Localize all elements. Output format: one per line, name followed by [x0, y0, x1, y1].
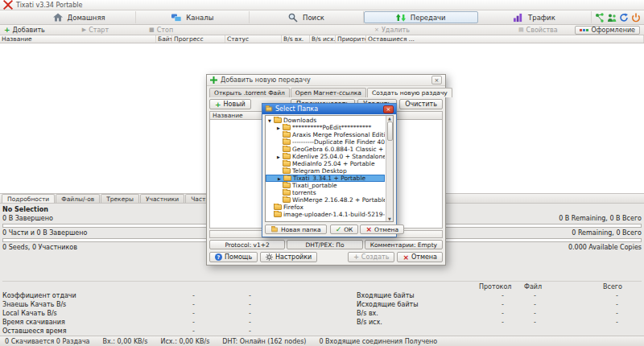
- delete-button[interactable]: × Удалить: [374, 27, 410, 34]
- sync-icon[interactable]: [619, 13, 629, 23]
- stat-value: -: [195, 291, 251, 300]
- column-bytes[interactable]: Байт: [156, 35, 172, 43]
- status-connections: 0 Входящие соединения Получено: [319, 338, 437, 345]
- tab-open-torrent-file[interactable]: Открыть .torrent Файл: [209, 88, 290, 97]
- plus-icon: +: [4, 26, 10, 34]
- status-transfers: 0 Скачивается 0 Раздача: [5, 338, 90, 345]
- tab-channels[interactable]: Каналы: [136, 11, 250, 23]
- scroll-up-icon[interactable]: ▲: [388, 116, 391, 121]
- add-button[interactable]: + Добавить: [4, 26, 45, 34]
- stat-label: Входящие байты: [357, 291, 477, 300]
- ok-button[interactable]: ✓ ОК: [330, 224, 359, 234]
- help-button[interactable]: ? Помощь: [209, 252, 258, 262]
- tree-item-araxis[interactable]: Araxis Merge Professional Edition 2025.0: [266, 131, 385, 138]
- folder-icon: [283, 183, 291, 188]
- plus-icon: +: [215, 101, 221, 109]
- expander-right-icon[interactable]: ▶: [276, 154, 281, 159]
- tree-item-image-uploader[interactable]: image-uploader-1.4.1-build-5219-x64: [266, 211, 385, 218]
- tab-trackers[interactable]: Трекеры: [101, 194, 139, 203]
- tree-item-duplicate-finder[interactable]: ----------Duplicate File Finder 400 Pro: [266, 138, 385, 146]
- tab-channels-label: Каналы: [186, 14, 213, 22]
- column-status[interactable]: Статус: [225, 35, 282, 43]
- dht-pex-button[interactable]: DHT/PEX: По: [287, 240, 362, 249]
- column-progress[interactable]: Прогресс: [172, 35, 225, 43]
- tree-item-poedit[interactable]: ▶ **********PoEdit**********: [266, 124, 385, 131]
- scrollbar-thumb[interactable]: [387, 122, 393, 141]
- tree-item-torrents[interactable]: torrents: [266, 189, 385, 196]
- new-button[interactable]: + Новый: [209, 99, 251, 109]
- stop-button[interactable]: ■ Стоп: [149, 27, 173, 34]
- folder-icon: [283, 132, 291, 138]
- close-icon[interactable]: ×: [431, 76, 442, 84]
- tab-details[interactable]: Подробности: [2, 194, 55, 203]
- tree-item-tixati-portable[interactable]: Tixati_portable: [266, 182, 385, 189]
- folder-icon: [283, 154, 291, 159]
- protocol-button[interactable]: Protocol: v1+2: [209, 240, 285, 249]
- tab-transfers[interactable]: Передачи: [364, 11, 478, 23]
- help-button-label: Помощь: [225, 253, 252, 261]
- power-icon[interactable]: [631, 13, 641, 23]
- create-button[interactable]: + Создать: [348, 252, 394, 262]
- column-name[interactable]: Название: [0, 35, 156, 43]
- tree-item-kdenlive[interactable]: ▶ Kdenlive 25.04.0 + Standalone: [266, 153, 385, 160]
- appearance-button[interactable]: Оформление: [575, 26, 640, 35]
- settings-button[interactable]: Настройки: [260, 252, 317, 262]
- tree-item-winmerge[interactable]: WinMerge 2.16.48.2 + Portable: [266, 196, 385, 204]
- tree-item-label: image-uploader-1.4.1-build-5219-x64: [283, 211, 385, 218]
- stat-label: B/s вх.: [357, 309, 477, 318]
- folder-dialog-buttons: Новая папка ✓ ОК × Отмена: [265, 224, 394, 235]
- stat-label: Время скачивания: [2, 318, 137, 327]
- cancel-button[interactable]: × Отмена: [360, 224, 404, 234]
- tab-peers[interactable]: Участники: [140, 194, 184, 203]
- details-stats: Протокол Файл Всего Коэффициент отдачи--…: [2, 281, 642, 336]
- seeds-left: 0 Seeds, 0 Участников: [2, 244, 77, 251]
- tree-item-geogebra[interactable]: GeoGebra 6.0.884-1 Classic + Portable: [266, 146, 385, 153]
- tab-files[interactable]: Файлы/-ов: [56, 194, 100, 203]
- tree-scrollbar[interactable]: ▲ ▼: [386, 116, 393, 221]
- expander-right-icon[interactable]: ▶: [277, 176, 282, 181]
- tree-item-label: Downloads: [283, 117, 316, 124]
- folder-tree[interactable]: ▼ Downloads ▶ **********PoEdit**********…: [265, 115, 394, 222]
- new-folder-button[interactable]: Новая папка: [265, 224, 327, 234]
- folder-icon: [266, 107, 273, 112]
- create-button-label: Создать: [361, 253, 390, 261]
- scroll-down-icon[interactable]: ▼: [388, 216, 391, 221]
- folder-icon: [283, 139, 291, 145]
- stats-header-total: Всего: [603, 282, 625, 291]
- tab-home[interactable]: Домашняя: [23, 11, 136, 23]
- tab-traffic[interactable]: Трафик: [478, 11, 592, 23]
- plus-icon: +: [353, 253, 359, 261]
- tree-item-downloads[interactable]: ▼ Downloads: [266, 117, 385, 124]
- tree-item-label: Araxis Merge Professional Edition 2025.0: [292, 131, 385, 138]
- network-share-icon[interactable]: [595, 13, 605, 23]
- tab-search[interactable]: Поиск: [250, 11, 363, 23]
- tab-open-magnet-link[interactable]: Open Магнет-ссылка: [291, 88, 366, 97]
- column-bps-out[interactable]: B/s исх.: [310, 35, 336, 43]
- cancel-button[interactable]: × Отмена: [397, 252, 443, 262]
- tab-create-new-torrent[interactable]: Создать новую раздачу: [367, 88, 452, 97]
- close-icon[interactable]: ×: [383, 105, 394, 113]
- start-button[interactable]: ▶ Старт: [82, 27, 109, 34]
- tree-item-telegram[interactable]: Telegram Desktop: [266, 167, 385, 175]
- start-button-label: Старт: [89, 27, 109, 34]
- tree-item-label: torrents: [292, 189, 316, 196]
- stat-label: Знаешь Качать B/s: [2, 300, 137, 309]
- stat-label: Коэффициент отдачи: [2, 291, 137, 300]
- users-icon[interactable]: [607, 13, 617, 23]
- folder-icon: [274, 204, 282, 210]
- ok-button-label: ОК: [344, 226, 353, 233]
- column-remaining[interactable]: Оставшиеся ...: [366, 35, 644, 43]
- properties-button[interactable]: ▤ Свойства: [518, 27, 558, 34]
- status-dht: DHT: Онлайн (162 nodes): [222, 338, 306, 345]
- clear-button[interactable]: Очистить: [399, 99, 443, 109]
- tree-item-mediainfo[interactable]: MediaInfo 25.04 + Portable: [266, 160, 385, 167]
- check-icon: ✓: [336, 225, 342, 233]
- column-bps-in[interactable]: B/s вх.: [282, 35, 310, 43]
- tree-item-firefox[interactable]: Firefox: [266, 204, 385, 211]
- expander-right-icon[interactable]: ▶: [276, 126, 281, 130]
- expander-down-icon[interactable]: ▼: [267, 118, 272, 123]
- comments-button[interactable]: Комментарии: Empty: [365, 240, 443, 249]
- tree-item-tixati-selected[interactable]: ▶ Tixati_3.34.1 + Portable: [266, 175, 385, 182]
- column-priority[interactable]: Приоритет: [336, 35, 366, 43]
- tab-search-label: Поиск: [303, 14, 324, 22]
